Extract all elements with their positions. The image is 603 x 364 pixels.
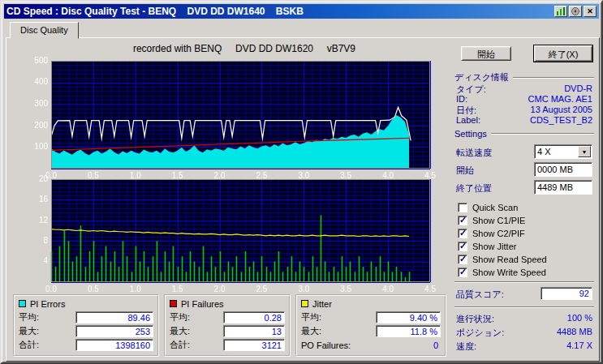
checkbox-quick-scan[interactable]: Quick Scan bbox=[458, 202, 594, 213]
close-button[interactable]: ✕ bbox=[584, 6, 597, 17]
stat-label: 平均: bbox=[19, 311, 39, 323]
jitter-title: Jitter bbox=[312, 299, 332, 309]
jitter-swatch bbox=[301, 300, 308, 307]
end-position-label: 終了位置 bbox=[456, 182, 492, 195]
checkbox-label: Show C1/PIE bbox=[472, 216, 525, 225]
close-icon: ✕ bbox=[587, 7, 593, 15]
titlebar[interactable]: CD Speed : Disc Quality Test - BENQ DVD … bbox=[4, 4, 599, 19]
tab-disc-quality[interactable]: Disc Quality bbox=[10, 22, 79, 39]
jitter-group: Jitter 平均: 9.40 % 最大: 11.8 % PO Failures… bbox=[295, 294, 446, 357]
checkbox-box[interactable] bbox=[458, 255, 467, 264]
speed-value: 4 X bbox=[535, 147, 578, 156]
pif-jitter-chart bbox=[24, 174, 438, 293]
control-panel: 開始 終了(X) ディスク情報 タイプ:DVD-R ID:CMC MAG. AE… bbox=[451, 38, 597, 361]
pi-failures-swatch bbox=[170, 300, 177, 307]
checkbox-show-c2-pif[interactable]: Show C2/PIF bbox=[458, 228, 594, 239]
start-position-label: 開始 bbox=[456, 165, 474, 177]
pi-errors-group: PI Errors 平均: 89.46 最大: 253 合計: 1398160 bbox=[13, 294, 159, 357]
speed-row: 速度:4.17 X bbox=[456, 340, 592, 353]
disc-icon bbox=[571, 7, 579, 15]
checkbox-box[interactable] bbox=[458, 203, 467, 212]
divider bbox=[454, 306, 594, 308]
speed-label: 転送速度 bbox=[456, 147, 492, 159]
position-row: ポジション:4488 MB bbox=[456, 327, 592, 339]
checkbox-box[interactable] bbox=[458, 216, 467, 225]
checkbox-box[interactable] bbox=[458, 268, 467, 277]
end-position-field[interactable] bbox=[534, 180, 592, 195]
pi-failures-max: 13 bbox=[223, 325, 285, 337]
stat-label: 最大: bbox=[19, 325, 39, 337]
disc-label-row: Label:CDS_TEST_B2 bbox=[456, 115, 592, 125]
checkbox-show-write-speed[interactable]: Show Write Speed bbox=[458, 267, 594, 278]
checkbox-label: Show Write Speed bbox=[472, 268, 546, 277]
window-title: CD Speed : Disc Quality Test - BENQ DVD … bbox=[6, 6, 553, 17]
app-window: CD Speed : Disc Quality Test - BENQ DVD … bbox=[0, 0, 603, 364]
po-failures-value: 0 bbox=[433, 340, 441, 350]
chart-button[interactable] bbox=[554, 6, 567, 17]
pie-speed-chart bbox=[24, 56, 438, 180]
checkbox-label: Quick Scan bbox=[472, 203, 518, 212]
jitter-average: 9.40 % bbox=[376, 311, 441, 323]
settings-header: Settings bbox=[454, 129, 594, 139]
checkbox-show-c1-pie[interactable]: Show C1/PIE bbox=[458, 215, 594, 226]
start-position-field[interactable] bbox=[534, 162, 592, 177]
checkbox-show-jitter[interactable]: Show Jitter bbox=[458, 241, 594, 252]
disc-info-header: ディスク情報 bbox=[454, 71, 594, 84]
checkbox-box[interactable] bbox=[458, 242, 467, 251]
stat-label: 最大: bbox=[170, 325, 190, 337]
stat-label: PO Failures: bbox=[301, 340, 351, 350]
divider bbox=[513, 77, 594, 79]
tab-label: Disc Quality bbox=[20, 25, 68, 35]
tab-page: recorded with BENQ DVD DD DW1620 vB7V9 P… bbox=[6, 37, 600, 362]
stat-label: 合計: bbox=[170, 339, 190, 351]
disc-label-value: CDS_TEST_B2 bbox=[530, 115, 592, 125]
pi-failures-average: 0.28 bbox=[223, 311, 285, 323]
pi-failures-group: PI Failures 平均: 0.28 最大: 13 合計: 3121 bbox=[164, 294, 291, 357]
disc-id-row: ID:CMC MAG. AE1 bbox=[456, 94, 592, 104]
checkbox-box[interactable] bbox=[458, 229, 467, 238]
checkbox-show-read-speed[interactable]: Show Read Speed bbox=[458, 254, 594, 265]
pi-errors-total: 1398160 bbox=[75, 339, 153, 351]
checkbox-label: Show C2/PIF bbox=[472, 229, 525, 238]
stat-label: 平均: bbox=[170, 311, 190, 323]
stat-label: 合計: bbox=[19, 339, 39, 351]
chevron-down-icon: ▼ bbox=[582, 149, 588, 155]
quality-score-value: 92 bbox=[541, 287, 592, 300]
pi-errors-swatch bbox=[19, 300, 26, 307]
quality-score-label: 品質スコア: bbox=[456, 289, 504, 301]
progress-row: 進行状況:100 % bbox=[456, 313, 592, 325]
recorded-with-caption: recorded with BENQ DVD DD DW1620 vB7V9 bbox=[51, 43, 437, 54]
stat-label: 平均: bbox=[301, 311, 321, 323]
pi-errors-max: 253 bbox=[75, 325, 153, 337]
progress-value: 100 % bbox=[567, 313, 592, 325]
divider bbox=[454, 281, 594, 283]
speed-dropdown-button[interactable]: ▼ bbox=[578, 146, 591, 157]
exit-button[interactable]: 終了(X) bbox=[534, 45, 592, 62]
pi-failures-total: 3121 bbox=[223, 339, 285, 351]
disc-id-value: CMC MAG. AE1 bbox=[528, 94, 592, 104]
pi-failures-title: PI Failures bbox=[181, 299, 224, 309]
position-value: 4488 MB bbox=[557, 327, 592, 339]
chart-icon bbox=[557, 7, 565, 15]
disc-button[interactable] bbox=[569, 6, 582, 17]
pi-errors-average: 89.46 bbox=[75, 311, 153, 323]
stat-label: 最大: bbox=[301, 325, 321, 337]
start-button[interactable]: 開始 bbox=[461, 46, 511, 61]
checkbox-label: Show Jitter bbox=[472, 242, 516, 251]
speed-select[interactable]: 4 X ▼ bbox=[534, 144, 592, 159]
pi-errors-title: PI Errors bbox=[30, 299, 65, 309]
divider bbox=[491, 133, 594, 135]
jitter-max: 11.8 % bbox=[376, 325, 441, 337]
speed-readout-value: 4.17 X bbox=[566, 340, 592, 353]
checkbox-label: Show Read Speed bbox=[472, 255, 547, 264]
